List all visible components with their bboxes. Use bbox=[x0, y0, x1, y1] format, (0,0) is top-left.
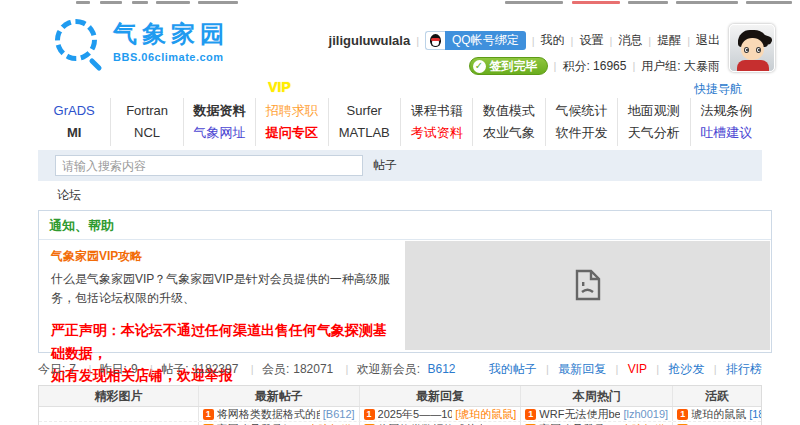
col-header-active[interactable]: 活跃 bbox=[672, 386, 761, 406]
first-reply-link[interactable]: 抢沙发 bbox=[668, 362, 704, 376]
nav-item-matlab[interactable]: MATLAB bbox=[329, 122, 400, 144]
nav-item-mi[interactable]: MI bbox=[38, 122, 110, 144]
topbar-fragment bbox=[198, 1, 238, 4]
latest-post-cell: 1 将网格类数据格式的自描 [B612] bbox=[198, 407, 359, 421]
user-link-profile[interactable]: 我的 bbox=[541, 32, 565, 49]
nav-item-ground-obs[interactable]: 地面观测 bbox=[618, 100, 689, 122]
avatar[interactable] bbox=[729, 24, 775, 72]
post-author-link[interactable]: [琥珀的鼠鼠] bbox=[455, 407, 516, 421]
signin-done-badge[interactable]: ✓ 签到完毕 bbox=[469, 57, 548, 75]
nav-item-weather-sites[interactable]: 气象网址 bbox=[184, 122, 255, 144]
col-header-latest-replies[interactable]: 最新回复 bbox=[359, 386, 521, 406]
vip-guide-link[interactable]: 气象家园VIP攻略 bbox=[51, 248, 393, 265]
nav-item-qa[interactable]: 提问专区 bbox=[256, 122, 327, 144]
nav-item-grads[interactable]: GrADS bbox=[38, 100, 110, 122]
topbar-fragment bbox=[746, 1, 792, 4]
user-link-messages[interactable]: 消息 bbox=[618, 32, 642, 49]
weekly-hot-cell: 1 WRF无法使用bep_bem [lzh0019] bbox=[520, 407, 672, 421]
site-logo[interactable]: 气象家园 BBS.06climate.com bbox=[55, 19, 229, 65]
table-header-row: 精彩图片 最新帖子 最新回复 本周热门 活跃 bbox=[39, 386, 761, 407]
qq-bind-button[interactable]: QQ帐号绑定 bbox=[425, 31, 526, 50]
nav-column: 地面观测 天气分析 bbox=[617, 98, 689, 146]
search-scope-dropdown[interactable]: 帖子 bbox=[373, 157, 397, 174]
topbar-fragment bbox=[100, 1, 122, 4]
nav-item-software-dev[interactable]: 软件开发 bbox=[546, 122, 617, 144]
separator: | bbox=[648, 35, 651, 47]
logo-clock-magnifier-icon bbox=[55, 19, 101, 65]
col-header-images[interactable]: 精彩图片 bbox=[39, 386, 198, 406]
avatar-shirt bbox=[737, 60, 769, 72]
post-author-link[interactable]: [B612] bbox=[323, 408, 355, 420]
separator: | bbox=[416, 35, 419, 47]
site-subtitle: BBS.06climate.com bbox=[113, 51, 229, 63]
nav-item-numerical-models[interactable]: 数值模式 bbox=[473, 100, 544, 122]
username[interactable]: jiliguluwulala bbox=[329, 33, 411, 48]
nav-item-surfer[interactable]: Surfer bbox=[329, 100, 400, 122]
broken-image-icon bbox=[574, 269, 602, 301]
post-title-link[interactable]: WRF无法使用bep_bem bbox=[539, 407, 620, 421]
post-author-link[interactable]: [lzh0019] bbox=[623, 408, 668, 420]
nav-column: 招聘求职 提问专区 bbox=[255, 98, 327, 146]
vip-link[interactable]: VIP bbox=[628, 362, 647, 376]
separator: | bbox=[687, 35, 690, 47]
nav-column: Surfer MATLAB bbox=[328, 98, 400, 146]
user-link-reminders[interactable]: 提醒 bbox=[657, 32, 681, 49]
topbar-fragment bbox=[572, 1, 620, 4]
col-header-latest-posts[interactable]: 最新帖子 bbox=[198, 386, 359, 406]
board-summary-table: 精彩图片 最新帖子 最新回复 本周热门 活跃 1 将网格类数据格式的自描 [B6… bbox=[38, 385, 762, 425]
topbar-fragment bbox=[628, 1, 668, 4]
nav-column: 气候统计 软件开发 bbox=[545, 98, 617, 146]
user-link-settings[interactable]: 设置 bbox=[579, 32, 603, 49]
credits: 积分: 16965 bbox=[562, 58, 626, 75]
vip-guide-text: 什么是气象家园VIP？气象家园VIP是针对会员提供的一种高级服务，包括论坛权限的… bbox=[51, 270, 393, 307]
search-input[interactable] bbox=[55, 155, 363, 176]
credits-value: 16965 bbox=[593, 59, 626, 73]
forum-stats: 今日:7 | 昨日:9 | 帖子:1182397 | 会员:182071 | 欢… bbox=[38, 361, 762, 379]
post-title-link[interactable]: 2025年5——10月澳 bbox=[378, 407, 453, 421]
site-title: 气象家园 bbox=[113, 22, 229, 46]
user-link-logout[interactable]: 退出 bbox=[696, 32, 720, 49]
col-header-weekly-hot[interactable]: 本周热门 bbox=[520, 386, 672, 406]
my-posts-link[interactable]: 我的帖子 bbox=[489, 362, 537, 376]
nav-item-weather-analysis[interactable]: 天气分析 bbox=[618, 122, 689, 144]
nav-item-ncl[interactable]: NCL bbox=[111, 122, 182, 144]
nav-item-agro-weather[interactable]: 农业气象 bbox=[473, 122, 544, 144]
nav-column: 数据资料 气象网址 bbox=[183, 98, 255, 146]
ranking-link[interactable]: 排行榜 bbox=[726, 362, 762, 376]
active-user-link[interactable]: 琥珀的鼠鼠 bbox=[691, 407, 746, 421]
separator: | bbox=[554, 60, 557, 72]
nav-item-regulations[interactable]: 法规条例 bbox=[691, 100, 762, 122]
nav-item-courses[interactable]: 课程书籍 bbox=[401, 100, 472, 122]
topbar-fragment bbox=[156, 1, 190, 4]
notice-header: 通知、帮助 bbox=[39, 211, 771, 240]
stats-links: 我的帖子 | 最新回复 | VIP | 抢沙发 | 排行榜 bbox=[489, 361, 762, 379]
usergroup-value: 大暴雨 bbox=[684, 59, 720, 73]
site-header: 气象家园 BBS.06climate.com jiliguluwulala | … bbox=[0, 5, 800, 75]
topbar-fragment bbox=[76, 1, 90, 4]
nav-item-climate-stats[interactable]: 气候统计 bbox=[546, 100, 617, 122]
notice-title[interactable]: 通知、帮助 bbox=[49, 218, 114, 233]
separator: | bbox=[571, 35, 574, 47]
nav-column: GrADS MI bbox=[38, 98, 110, 146]
nav-column: 数值模式 农业气象 bbox=[472, 98, 544, 146]
newest-member-link[interactable]: B612 bbox=[428, 362, 456, 376]
main-nav: VIP 快捷导航 GrADS MI Fortran NCL 数据资料 气象网址 … bbox=[38, 75, 762, 146]
rank-badge: 1 bbox=[203, 409, 214, 420]
nav-item-data[interactable]: 数据资料 bbox=[184, 100, 255, 122]
topbar-fragment bbox=[505, 1, 563, 4]
separator: | bbox=[632, 60, 635, 72]
avatar-face bbox=[741, 38, 764, 60]
nav-item-exam[interactable]: 考试资料 bbox=[401, 122, 472, 144]
nav-vip-link[interactable]: VIP bbox=[268, 79, 291, 95]
latest-replies-link[interactable]: 最新回复 bbox=[558, 362, 606, 376]
nav-column: Fortran NCL bbox=[110, 98, 182, 146]
nav-item-feedback[interactable]: 吐槽建议 bbox=[691, 122, 762, 144]
nav-column: 课程书籍 考试资料 bbox=[400, 98, 472, 146]
breadcrumb-forum[interactable]: 论坛 bbox=[57, 188, 81, 202]
topbar-fragment bbox=[676, 1, 738, 4]
post-title-link[interactable]: 将网格类数据格式的自描 bbox=[217, 407, 320, 421]
nav-item-fortran[interactable]: Fortran bbox=[111, 100, 182, 122]
stat-today: 7 bbox=[69, 362, 76, 376]
quick-nav-link[interactable]: 快捷导航 bbox=[694, 81, 742, 98]
nav-item-jobs[interactable]: 招聘求职 bbox=[256, 100, 327, 122]
